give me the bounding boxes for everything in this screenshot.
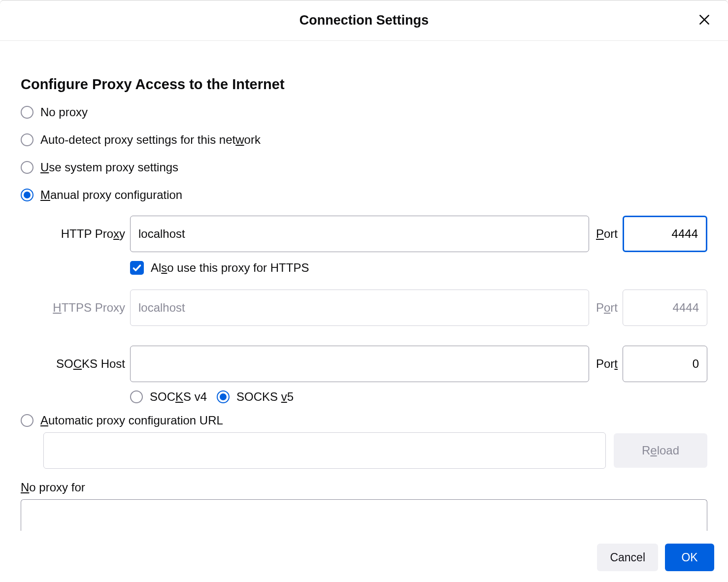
https-port-label: Port bbox=[589, 301, 623, 315]
http-port-input[interactable] bbox=[623, 216, 707, 252]
radio-no-proxy[interactable]: No proxy bbox=[21, 105, 707, 119]
radio-socks-v5[interactable]: SOCKS v5 bbox=[217, 390, 294, 404]
manual-proxy-group: HTTP Proxy Port Also use this proxy for … bbox=[43, 216, 707, 404]
radio-icon bbox=[21, 106, 33, 119]
radio-icon bbox=[21, 133, 33, 146]
dialog-header: Connection Settings bbox=[0, 0, 728, 41]
radio-icon bbox=[21, 161, 33, 174]
radio-label: No proxy bbox=[40, 105, 88, 119]
connection-settings-dialog: Connection Settings Configure Proxy Acce… bbox=[0, 0, 728, 582]
radio-icon bbox=[21, 414, 33, 427]
radio-auto-url[interactable]: Automatic proxy configuration URL bbox=[21, 414, 707, 427]
auto-url-row: Reload bbox=[43, 432, 707, 469]
radio-icon bbox=[217, 390, 230, 403]
https-port-input bbox=[623, 290, 707, 326]
ok-button[interactable]: OK bbox=[665, 544, 714, 571]
https-proxy-row: HTTPS Proxy Port bbox=[43, 290, 707, 326]
reload-button: Reload bbox=[614, 433, 707, 468]
auto-url-input bbox=[43, 432, 606, 469]
section-title: Configure Proxy Access to the Internet bbox=[21, 76, 707, 93]
checkbox-icon bbox=[130, 261, 144, 275]
socks-version-row: SOCKS v4 SOCKS v5 bbox=[130, 390, 707, 404]
radio-label: Manual proxy configuration bbox=[40, 188, 182, 202]
https-proxy-input bbox=[130, 290, 589, 326]
radio-label: SOCKS v5 bbox=[236, 390, 294, 404]
cancel-button[interactable]: Cancel bbox=[597, 544, 658, 571]
socks-port-label: Port bbox=[589, 357, 623, 371]
radio-auto-detect[interactable]: Auto-detect proxy settings for this netw… bbox=[21, 133, 707, 147]
radio-icon bbox=[21, 189, 33, 201]
radio-label: Auto-detect proxy settings for this netw… bbox=[40, 133, 261, 147]
socks-host-row: SOCKS Host Port bbox=[43, 346, 707, 382]
no-proxy-for-label: No proxy for bbox=[21, 481, 707, 494]
radio-socks-v4[interactable]: SOCKS v4 bbox=[130, 390, 207, 404]
checkbox-label: Also use this proxy for HTTPS bbox=[151, 261, 309, 275]
http-proxy-input[interactable] bbox=[130, 216, 589, 252]
http-proxy-row: HTTP Proxy Port bbox=[43, 216, 707, 252]
dialog-title: Connection Settings bbox=[299, 13, 429, 28]
socks-host-label: SOCKS Host bbox=[43, 357, 130, 371]
http-port-label: Port bbox=[589, 227, 623, 241]
radio-label: SOCKS v4 bbox=[150, 390, 207, 404]
https-proxy-label: HTTPS Proxy bbox=[43, 301, 130, 315]
socks-host-input[interactable] bbox=[130, 346, 589, 382]
no-proxy-for-input[interactable] bbox=[21, 499, 707, 531]
http-proxy-label: HTTP Proxy bbox=[43, 227, 130, 241]
close-icon bbox=[698, 13, 711, 28]
radio-manual[interactable]: Manual proxy configuration bbox=[21, 188, 707, 202]
dialog-footer: Cancel OK bbox=[597, 544, 728, 582]
close-button[interactable] bbox=[695, 12, 713, 30]
radio-label: Use system proxy settings bbox=[40, 161, 178, 174]
radio-label: Automatic proxy configuration URL bbox=[40, 414, 223, 427]
also-https-checkbox-row[interactable]: Also use this proxy for HTTPS bbox=[130, 261, 707, 275]
radio-use-system[interactable]: Use system proxy settings bbox=[21, 161, 707, 174]
dialog-body: Configure Proxy Access to the Internet N… bbox=[0, 41, 728, 582]
no-proxy-for-row bbox=[21, 499, 707, 531]
radio-icon bbox=[130, 390, 143, 403]
socks-port-input[interactable] bbox=[623, 346, 707, 382]
